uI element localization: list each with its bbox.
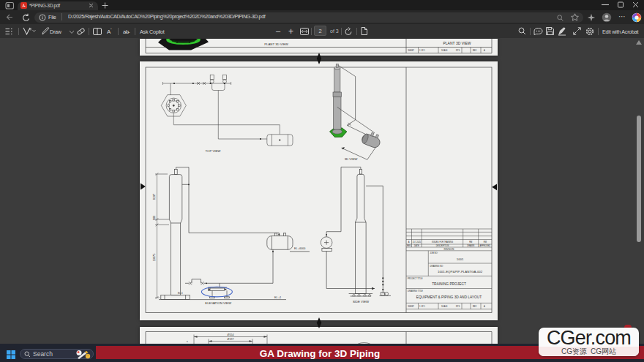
- svg-text:EQUIPMENT & PIPING 3D AND LAYO: EQUIPMENT & PIPING 3D AND LAYOUT: [416, 295, 482, 299]
- svg-text:a: a: [187, 340, 188, 343]
- svg-text:10075: 10075: [153, 254, 156, 262]
- svg-text:8197: 8197: [153, 194, 156, 200]
- svg-text:PROJECT TITLE: PROJECT TITLE: [408, 277, 423, 280]
- svg-text:A: A: [484, 49, 485, 52]
- svg-text:DRAWING TITLE: DRAWING TITLE: [408, 290, 423, 293]
- svg-text:980: 980: [153, 216, 156, 220]
- svg-text:Ø554: Ø554: [228, 333, 234, 336]
- svg-text:Ø197: Ø197: [228, 338, 234, 341]
- svg-text:APPROVED: APPROVED: [480, 244, 491, 247]
- svg-text:REVISION: REVISION: [444, 248, 454, 251]
- svg-text:REV: REV: [407, 244, 411, 247]
- svg-text:RM: RM: [484, 241, 487, 244]
- svg-text:1001: 1001: [457, 257, 464, 261]
- svg-text:DATE: DATE: [414, 244, 419, 247]
- svg-text:3D VIEW: 3D VIEW: [345, 157, 359, 161]
- svg-text:RM: RM: [469, 241, 472, 244]
- svg-text:13.7.2025: 13.7.2025: [413, 241, 422, 244]
- svg-text:REV: REV: [473, 49, 477, 52]
- svg-text:SIDE VIEW: SIDE VIEW: [353, 300, 370, 303]
- svg-text:EL +1: EL +1: [274, 296, 281, 299]
- svg-text:DRAWN: DRAWN: [467, 244, 474, 247]
- svg-text:ISSUED FOR TRAINING: ISSUED FOR TRAINING: [432, 241, 453, 244]
- svg-text:ELEVATION VIEW: ELEVATION VIEW: [205, 301, 232, 305]
- svg-text:DRAWING NO:: DRAWING NO:: [430, 265, 444, 268]
- svg-text:SCALE: SCALE: [441, 49, 448, 52]
- svg-text:PLANT 3D VIEW: PLANT 3D VIEW: [443, 41, 471, 45]
- svg-text:A: A: [484, 305, 485, 308]
- svg-text:TRAINING PROJECT: TRAINING PROJECT: [432, 282, 466, 286]
- svg-text:NTS: NTS: [456, 305, 460, 308]
- svg-text:1001-EQP&PIP-PLANTGA-002: 1001-EQP&PIP-PLANTGA-002: [438, 270, 483, 274]
- svg-text:NTS: NTS: [456, 49, 460, 52]
- svg-text:TOP VIEW: TOP VIEW: [206, 149, 222, 153]
- svg-text:DESCRIPTION: DESCRIPTION: [436, 244, 449, 247]
- svg-text:EL +6000: EL +6000: [294, 247, 305, 250]
- svg-text:PLANT 3D VIEW: PLANT 3D VIEW: [264, 42, 289, 46]
- svg-text:REV: REV: [473, 305, 477, 308]
- svg-text:JOB NO:: JOB NO:: [430, 252, 438, 254]
- svg-text:SHEET: SHEET: [408, 49, 414, 52]
- svg-text:SHEET: SHEET: [408, 305, 414, 308]
- svg-text:SCALE: SCALE: [441, 305, 448, 308]
- svg-text:1 OF 1: 1 OF 1: [419, 49, 425, 52]
- svg-text:1 OF 1: 1 OF 1: [419, 305, 425, 308]
- svg-text:EL 0: EL 0: [178, 292, 183, 295]
- svg-text:A: A: [408, 241, 410, 244]
